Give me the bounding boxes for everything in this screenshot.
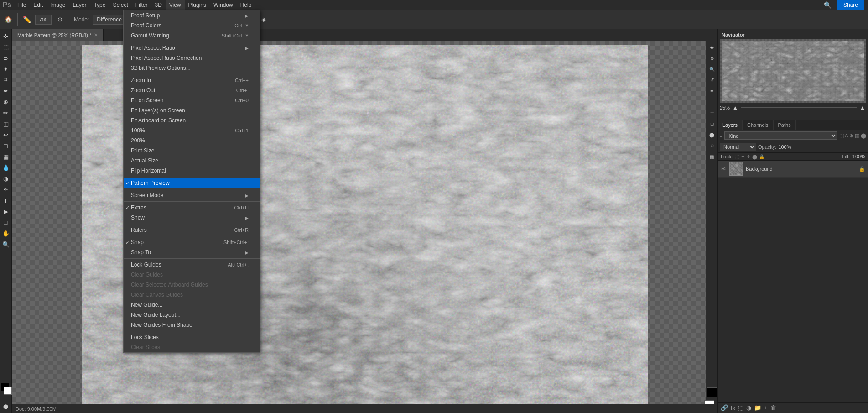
menu-layer[interactable]: Layer	[69, 0, 90, 10]
new-layer-btn[interactable]: +	[764, 404, 768, 411]
stamp-tool[interactable]: ◫	[1, 119, 11, 129]
menu-snap-to[interactable]: Snap To ▶	[124, 247, 260, 257]
pen-tool[interactable]: ✒	[1, 184, 11, 194]
right-tool-9[interactable]: ◻	[707, 119, 717, 129]
menu-rulers[interactable]: Rulers Ctrl+R	[124, 225, 260, 235]
right-tool-3[interactable]: ⊕	[707, 53, 717, 63]
mask-mode[interactable]: ⬤	[1, 401, 11, 411]
menu-zoom-in[interactable]: Zoom In Ctrl++	[124, 75, 260, 85]
tab-paths[interactable]: Paths	[774, 120, 796, 130]
menu-lock-slices[interactable]: Lock Slices	[124, 332, 260, 342]
menu-extras[interactable]: Extras Ctrl+H	[124, 203, 260, 213]
healing-tool[interactable]: ⊕	[1, 97, 11, 107]
fill-value[interactable]: 100%	[852, 154, 865, 159]
menu-plugins[interactable]: Plugins	[185, 0, 210, 10]
right-tool-4[interactable]: 🔍	[707, 64, 717, 74]
menu-fit-on-screen[interactable]: Fit on Screen Ctrl+0	[124, 95, 260, 105]
right-tool-5[interactable]: ↺	[707, 75, 717, 85]
tab-layers[interactable]: Layers	[718, 120, 743, 130]
zoom-tool[interactable]: 🔍	[1, 239, 11, 249]
menu-100pct[interactable]: 100% Ctrl+1	[124, 125, 260, 136]
menu-clear-canvas-guides[interactable]: Clear Canvas Guides	[124, 290, 260, 300]
right-tool-10[interactable]: ⬤	[707, 130, 717, 140]
search-button[interactable]: 🔍	[821, 0, 834, 11]
eyedropper-tool[interactable]: ✒	[1, 86, 11, 96]
menu-actual-size[interactable]: Actual Size	[124, 156, 260, 166]
menu-clear-selected-artboard-guides[interactable]: Clear Selected Artboard Guides	[124, 280, 260, 290]
lock-artboard-icon[interactable]: ⬤	[752, 154, 757, 159]
magic-wand-tool[interactable]: ✦	[1, 64, 11, 74]
lock-move-icon[interactable]: ✛	[747, 154, 750, 159]
new-group-btn[interactable]: 📁	[754, 404, 761, 411]
menu-zoom-out[interactable]: Zoom Out Ctrl+-	[124, 85, 260, 95]
link-layers-btn[interactable]: 🔗	[721, 404, 728, 411]
add-mask-btn[interactable]: ⬚	[738, 404, 743, 411]
canvas-area[interactable]	[12, 41, 717, 413]
tab-close-button[interactable]: ✕	[94, 32, 98, 37]
menu-3d[interactable]: 3D	[151, 0, 165, 10]
menu-pattern-preview[interactable]: Pattern Preview	[124, 178, 260, 188]
menu-lock-guides[interactable]: Lock Guides Alt+Ctrl+;	[124, 260, 260, 270]
menu-new-guide-layout[interactable]: New Guide Layout...	[124, 310, 260, 320]
home-tool[interactable]: 🏠	[2, 13, 15, 26]
zoom-out-btn[interactable]: ▲	[732, 104, 739, 111]
menu-filter[interactable]: Filter	[132, 0, 151, 10]
lock-all-icon[interactable]: 🔒	[759, 154, 764, 159]
menu-32bit-preview[interactable]: 32-bit Preview Options...	[124, 63, 260, 73]
right-tool-12[interactable]: ▦	[707, 152, 717, 162]
text-tool[interactable]: T	[1, 195, 11, 205]
history-tool[interactable]: ↩	[1, 130, 11, 140]
menu-help[interactable]: Help	[237, 0, 255, 10]
dodge-tool[interactable]: ◑	[1, 173, 11, 183]
gradient-tool[interactable]: ▦	[1, 152, 11, 162]
lock-draw-icon[interactable]: ✒	[741, 154, 745, 159]
tab-channels[interactable]: Channels	[743, 120, 773, 130]
menu-clear-slices[interactable]: Clear Slices	[124, 342, 260, 352]
menu-fit-layers-screen[interactable]: Fit Layer(s) on Screen	[124, 105, 260, 115]
layer-filter-select[interactable]: Kind	[724, 131, 837, 140]
menu-clear-guides[interactable]: Clear Guides	[124, 270, 260, 280]
menu-select[interactable]: Select	[109, 0, 131, 10]
menu-new-guide[interactable]: New Guide...	[124, 300, 260, 310]
menu-fit-artboard-screen[interactable]: Fit Artboard on Screen	[124, 115, 260, 125]
share-button[interactable]: Share	[837, 0, 864, 10]
layer-visibility-icon[interactable]: 👁	[721, 166, 727, 173]
shape-tool[interactable]: □	[1, 217, 11, 227]
blend-mode-select[interactable]: Normal Multiply Difference	[720, 143, 756, 151]
right-tool-2[interactable]: ◈	[707, 42, 717, 52]
right-more[interactable]: ⋯	[707, 376, 717, 386]
pressure-btn[interactable]: ⊙	[53, 13, 66, 26]
menu-edit[interactable]: Edit	[30, 0, 47, 10]
menu-pixel-aspect-correction[interactable]: Pixel Aspect Ratio Correction	[124, 53, 260, 63]
fg-bg-mini[interactable]	[707, 387, 717, 397]
zoom-in-btn[interactable]: ▲	[859, 104, 866, 111]
right-tool-7[interactable]: T	[707, 97, 717, 107]
menu-proof-colors[interactable]: Proof Colors Ctrl+Y	[124, 21, 260, 31]
document-tab[interactable]: Marble Pattern @ 25% (RGB/8) * ✕	[12, 29, 104, 41]
brush-tool[interactable]: ✏️	[21, 13, 33, 26]
eraser-tool[interactable]: ◻	[1, 141, 11, 151]
menu-flip-horizontal[interactable]: Flip Horizontal	[124, 166, 260, 176]
crop-tool[interactable]: ⌗	[1, 75, 11, 85]
zoom-slider[interactable]	[741, 107, 857, 108]
menu-file[interactable]: File	[14, 0, 30, 10]
menu-show[interactable]: Show ▶	[124, 213, 260, 223]
menu-screen-mode[interactable]: Screen Mode ▶	[124, 190, 260, 200]
opacity-value[interactable]: 100%	[778, 144, 794, 150]
menu-print-size[interactable]: Print Size	[124, 146, 260, 156]
menu-window[interactable]: Window	[210, 0, 237, 10]
move-tool[interactable]: ✛	[1, 31, 11, 41]
menu-view[interactable]: View	[166, 0, 185, 10]
menu-pixel-aspect-ratio[interactable]: Pixel Aspect Ratio ▶	[124, 43, 260, 53]
adjustment-layer-btn[interactable]: ◑	[746, 404, 751, 411]
right-tool-11[interactable]: ⊙	[707, 141, 717, 151]
delete-layer-btn[interactable]: 🗑	[770, 404, 776, 411]
hand-tool[interactable]: ✋	[1, 228, 11, 238]
menu-type[interactable]: Type	[90, 0, 109, 10]
brush-tool-left[interactable]: ✏	[1, 108, 11, 118]
menu-proof-setup[interactable]: Proof Setup ▶	[124, 10, 260, 21]
menu-gamut-warning[interactable]: Gamut Warning Shift+Ctrl+Y	[124, 31, 260, 41]
lasso-tool[interactable]: ⊃	[1, 53, 11, 63]
lock-pixels-icon[interactable]: ⬚	[735, 154, 739, 159]
bg-color[interactable]	[4, 387, 12, 395]
